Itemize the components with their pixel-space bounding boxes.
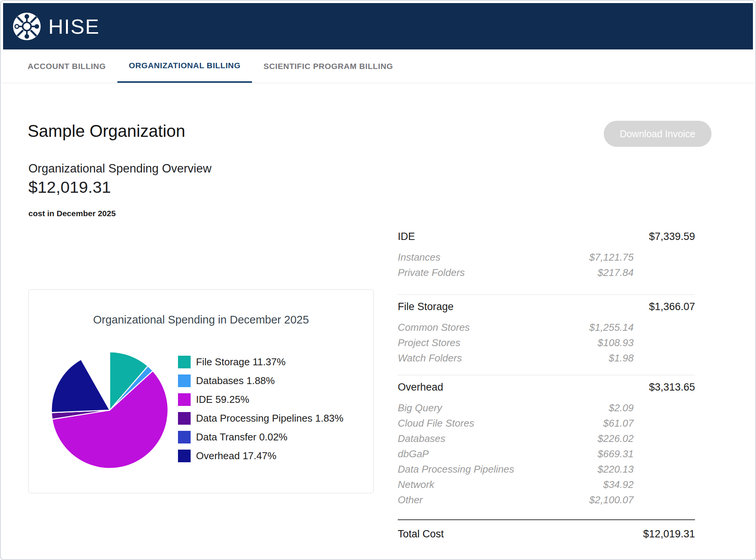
chart-title: Organizational Spending in December 2025 [29,314,373,326]
legend-swatch-data-transfer [178,431,191,443]
cost-item-value: $226.02 [542,433,634,445]
page-title: Sample Organization [28,120,185,142]
cost-section-ide: IDE$7,339.59Instances$7,121.75Private Fo… [398,230,695,294]
cost-item-label: Cloud File Stores [398,417,542,429]
legend-item-file-storage[interactable]: File Storage 11.37% [178,356,343,368]
overview-caption: cost in December 2025 [28,209,116,218]
cost-item-instances: Instances$7,121.75 [398,250,695,265]
cost-item-label: Network [398,479,542,491]
cost-item-label: Common Stores [398,322,542,333]
legend-label: Databases 1.88% [196,375,275,387]
tab-bar: ACCOUNT BILLINGORGANIZATIONAL BILLINGSCI… [2,49,754,83]
chart-legend: File Storage 11.37%Databases 1.88%IDE 59… [178,356,343,462]
cost-item-label: Project Stores [398,337,542,349]
cost-item-value: $1,255.14 [542,322,634,333]
tab-account-billing[interactable]: ACCOUNT BILLING [16,49,117,83]
cost-item-value: $217.84 [542,267,634,279]
app-header: HISE [3,3,753,49]
pie-chart [48,349,171,471]
legend-label: Data Processing Pipelines 1.83% [196,412,343,424]
cost-item-label: Watch Folders [398,352,542,364]
cost-item-value: $34.92 [542,479,634,491]
cost-item-dbgap: dbGaP$669.31 [398,446,695,461]
cost-item-databases: Databases$226.02 [398,431,695,446]
brand-name: HISE [48,16,100,37]
cost-item-value: $108.93 [542,337,634,349]
cost-item-label: Data Processing Pipelines [398,463,542,475]
download-invoice-button[interactable]: Download Invoice [604,121,712,147]
cost-section-overhead: Overhead$3,313.65Big Query$2.09Cloud Fil… [398,375,695,519]
cost-item-watch-folders: Watch Folders$1.98 [398,350,695,366]
cost-item-label: Big Query [398,402,542,414]
pie-slice-overhead[interactable] [51,360,110,413]
legend-swatch-file-storage [178,356,191,368]
cost-item-value: $61.07 [542,417,634,429]
hise-hub-icon [12,12,41,41]
cost-item-label: dbGaP [398,448,542,460]
cost-item-private-folders: Private Folders$217.84 [398,265,695,280]
cost-section-heading: File Storage$1,366.07 [398,300,695,314]
cost-section-total: $7,339.59 [649,231,695,243]
cost-item-label: Instances [398,251,542,263]
legend-label: Data Transfer 0.02% [196,431,287,443]
legend-item-databases[interactable]: Databases 1.88% [178,374,343,387]
legend-swatch-overhead [178,450,191,462]
overview-heading: Organizational Spending Overview [28,162,211,176]
cost-item-label: Databases [398,433,542,445]
cost-item-project-stores: Project Stores$108.93 [398,335,695,350]
cost-item-value: $7,121.75 [542,251,634,263]
cost-section-name: File Storage [398,301,649,313]
cost-section-heading: IDE$7,339.59 [398,230,695,243]
cost-item-value: $2.09 [542,402,634,414]
cost-section-file-storage: File Storage$1,366.07Common Stores$1,255… [398,294,695,375]
cost-section-total: $3,313.65 [649,381,695,393]
total-cost-label: Total Cost [398,528,643,540]
legend-item-data-processing-pipelines[interactable]: Data Processing Pipelines 1.83% [178,412,343,425]
cost-item-value: $2,100.07 [542,494,634,506]
cost-item-label: Private Folders [398,267,542,279]
total-cost-row: Total Cost $12,019.31 [398,519,695,542]
legend-label: IDE 59.25% [196,394,249,406]
legend-item-data-transfer[interactable]: Data Transfer 0.02% [178,431,343,443]
cost-section-heading: Overhead$3,313.65 [398,380,695,394]
legend-item-ide[interactable]: IDE 59.25% [178,393,343,406]
cost-item-other: Other$2,100.07 [398,492,695,507]
legend-item-overhead[interactable]: Overhead 17.47% [178,450,343,462]
spending-chart-card: Organizational Spending in December 2025… [28,289,374,493]
legend-label: File Storage 11.37% [196,356,286,368]
total-cost-value: $12,019.31 [643,528,695,540]
cost-table: IDE$7,339.59Instances$7,121.75Private Fo… [398,230,695,542]
legend-label: Overhead 17.47% [196,450,277,462]
cost-section-total: $1,366.07 [649,301,695,313]
tab-scientific-program-billing[interactable]: SCIENTIFIC PROGRAM BILLING [252,49,405,83]
cost-item-network: Network$34.92 [398,477,695,492]
overview-amount: $12,019.31 [28,178,111,197]
cost-section-name: Overhead [398,381,649,393]
cost-item-value: $669.31 [542,448,634,460]
cost-item-label: Other [398,494,542,506]
legend-swatch-ide [178,393,191,406]
app-logo[interactable]: HISE [12,12,100,41]
legend-swatch-databases [178,374,191,387]
legend-swatch-data-processing-pipelines [178,412,191,425]
cost-item-value: $220.13 [542,463,634,475]
tab-organizational-billing[interactable]: ORGANIZATIONAL BILLING [117,49,252,83]
cost-item-value: $1.98 [542,352,634,364]
cost-item-data-processing-pipelines: Data Processing Pipelines$220.13 [398,461,695,477]
app-window: HISE ACCOUNT BILLINGORGANIZATIONAL BILLI… [0,0,756,560]
cost-item-big-query: Big Query$2.09 [398,400,695,415]
cost-table-sections: IDE$7,339.59Instances$7,121.75Private Fo… [398,230,695,519]
cost-item-common-stores: Common Stores$1,255.14 [398,320,695,335]
cost-item-cloud-file-stores: Cloud File Stores$61.07 [398,415,695,431]
cost-section-name: IDE [398,231,649,243]
